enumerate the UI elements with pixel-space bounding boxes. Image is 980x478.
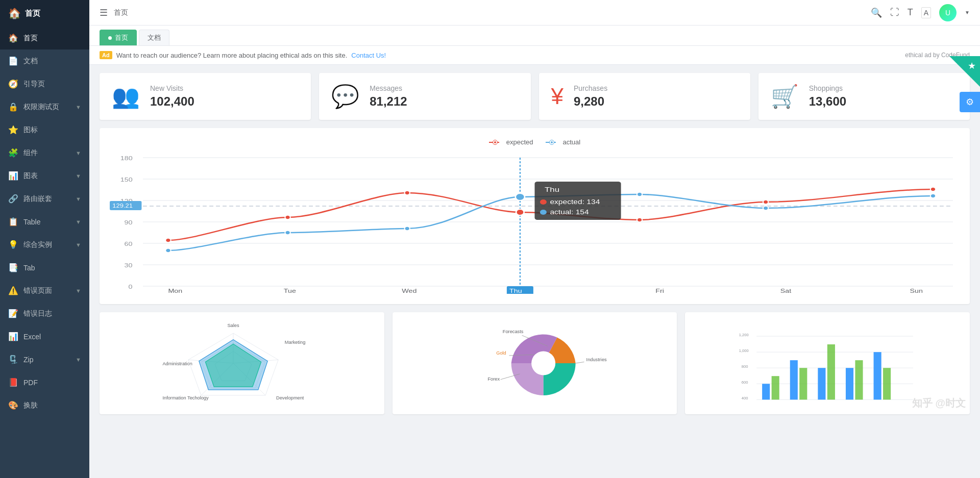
chart-legend: expected actual xyxy=(110,138,960,146)
svg-text:Wed: Wed xyxy=(402,288,416,294)
sidebar-logo-text: 首页 xyxy=(25,9,40,18)
stat-card-shoppings: 🛒 Shoppings 13,600 xyxy=(758,73,970,120)
svg-marker-59 xyxy=(205,344,261,387)
svg-rect-84 xyxy=(827,344,835,399)
radar-chart-card: Sales Administration Information Techolo… xyxy=(100,312,384,414)
skin-icon: 🎨 xyxy=(8,400,18,410)
lang-icon[interactable]: A xyxy=(921,7,931,18)
error-log-icon: 📝 xyxy=(8,309,18,318)
tab-docs[interactable]: 文档 xyxy=(139,30,169,45)
svg-text:0: 0 xyxy=(128,284,132,290)
sidebar-item-tab[interactable]: 📑 Tab xyxy=(0,256,89,279)
sidebar-item-error-page[interactable]: ⚠️ 错误页面 ▼ xyxy=(0,279,89,302)
chevron-down-icon-7: ▼ xyxy=(76,288,81,294)
svg-text:600: 600 xyxy=(742,380,748,385)
example-icon: 💡 xyxy=(8,240,18,249)
sidebar-item-example[interactable]: 💡 综合实例 ▼ xyxy=(0,233,89,256)
svg-line-68 xyxy=(575,362,584,363)
sidebar-item-icons[interactable]: ⭐ 图标 xyxy=(0,118,89,141)
svg-text:Development: Development xyxy=(276,395,304,400)
settings-button[interactable]: ⚙ xyxy=(960,92,980,112)
svg-point-25 xyxy=(165,238,170,242)
svg-text:actual: 154: actual: 154 xyxy=(550,209,589,216)
svg-text:Tue: Tue xyxy=(284,288,296,294)
search-icon[interactable]: 🔍 xyxy=(871,7,882,18)
nested-icon: 🔗 xyxy=(8,194,18,204)
sidebar-item-zip[interactable]: 🗜️ Zip ▼ xyxy=(0,348,89,371)
sidebar-logo: 🏠 首页 xyxy=(0,0,89,27)
svg-rect-80 xyxy=(772,376,779,399)
sidebar-item-excel[interactable]: 📊 Excel xyxy=(0,325,89,348)
sidebar-item-charts[interactable]: 📊 图表 ▼ xyxy=(0,164,89,187)
ad-contact-link[interactable]: Contact Us! xyxy=(351,52,386,59)
avatar-dropdown-icon[interactable]: ▼ xyxy=(965,10,970,15)
tab-active-dot xyxy=(108,36,112,40)
legend-actual: actual xyxy=(546,138,581,146)
purchases-info: Purchases 9,280 xyxy=(574,84,607,109)
line-chart-svg: 0 30 60 90 120 150 180 xyxy=(110,151,960,294)
sidebar-label-table: Table xyxy=(23,218,70,226)
chevron-down-icon-6: ▼ xyxy=(76,242,81,248)
sidebar-item-skin[interactable]: 🎨 换肤 xyxy=(0,394,89,417)
messages-label: Messages xyxy=(370,84,407,92)
shoppings-icon: 🛒 xyxy=(771,83,799,110)
svg-point-32 xyxy=(165,248,170,253)
sidebar-label-guide: 引导页 xyxy=(23,80,81,89)
svg-point-31 xyxy=(930,187,936,191)
sidebar-item-pdf[interactable]: 📕 PDF xyxy=(0,371,89,394)
fullscreen-icon[interactable]: ⛶ xyxy=(890,7,899,18)
shoppings-info: Shoppings 13,600 xyxy=(809,84,846,109)
sidebar-label-charts: 图表 xyxy=(23,171,70,181)
pie-chart-card: Forecasts Gold Forex Industries xyxy=(393,312,677,414)
svg-rect-86 xyxy=(855,360,863,399)
sidebar-item-home[interactable]: 🏠 首页 xyxy=(0,27,89,49)
svg-text:Sun: Sun xyxy=(910,288,922,294)
svg-text:Fri: Fri xyxy=(655,288,664,294)
sidebar-item-table[interactable]: 📋 Table ▼ xyxy=(0,210,89,233)
svg-text:60: 60 xyxy=(125,241,133,247)
svg-text:Gold: Gold xyxy=(496,350,506,356)
ad-badge: Ad xyxy=(100,51,112,59)
sidebar-item-docs[interactable]: 📄 文档 xyxy=(0,49,89,72)
svg-text:Administration: Administration xyxy=(162,361,192,366)
chevron-down-icon: ▼ xyxy=(76,104,81,110)
new-visits-value: 102,400 xyxy=(150,94,194,109)
svg-text:1,200: 1,200 xyxy=(739,333,749,337)
avatar[interactable]: U xyxy=(939,4,957,21)
sidebar-item-components[interactable]: 🧩 组件 ▼ xyxy=(0,141,89,164)
chevron-down-icon-2: ▼ xyxy=(76,150,81,156)
tab-icon: 📑 xyxy=(8,263,18,272)
svg-text:expected: 134: expected: 134 xyxy=(550,198,600,206)
svg-point-26 xyxy=(285,215,290,219)
svg-text:150: 150 xyxy=(120,177,133,183)
sidebar-label-error-page: 错误页面 xyxy=(23,286,70,295)
tab-home[interactable]: 首页 xyxy=(100,30,137,45)
svg-text:400: 400 xyxy=(742,396,748,400)
font-icon[interactable]: T xyxy=(908,7,913,18)
sidebar-item-permission[interactable]: 🔒 权限测试页 ▼ xyxy=(0,95,89,118)
svg-rect-87 xyxy=(874,352,881,399)
sidebar-label-skin: 换肤 xyxy=(23,401,81,410)
sidebar-label-home: 首页 xyxy=(23,34,81,43)
shoppings-label: Shoppings xyxy=(809,84,846,92)
svg-point-29 xyxy=(637,218,642,222)
svg-text:Industries: Industries xyxy=(586,357,606,362)
sidebar-label-docs: 文档 xyxy=(23,57,81,66)
sidebar: 🏠 首页 🏠 首页 📄 文档 🧭 引导页 🔒 权限测试页 ▼ ⭐ 图标 🧩 组件… xyxy=(0,0,89,478)
tabs-bar: 首页 文档 xyxy=(89,26,980,46)
dashed-value-label: 129.21 xyxy=(112,203,133,209)
sidebar-item-guide[interactable]: 🧭 引导页 xyxy=(0,72,89,95)
svg-point-43 xyxy=(540,210,547,215)
components-icon: 🧩 xyxy=(8,148,18,158)
corner-decoration: ★ xyxy=(949,56,980,87)
permission-icon: 🔒 xyxy=(8,102,18,112)
sidebar-label-error-log: 错误日志 xyxy=(23,309,81,318)
sidebar-item-nested[interactable]: 🔗 路由嵌套 ▼ xyxy=(0,187,89,210)
sidebar-label-tab: Tab xyxy=(23,264,81,272)
menu-icon[interactable]: ☰ xyxy=(100,7,108,18)
sidebar-label-permission: 权限测试页 xyxy=(23,103,70,112)
charts-icon: 📊 xyxy=(8,171,18,181)
header: ☰ 首页 🔍 ⛶ T A U ▼ xyxy=(89,0,980,26)
messages-value: 81,212 xyxy=(370,94,407,109)
sidebar-item-error-log[interactable]: 📝 错误日志 xyxy=(0,302,89,325)
